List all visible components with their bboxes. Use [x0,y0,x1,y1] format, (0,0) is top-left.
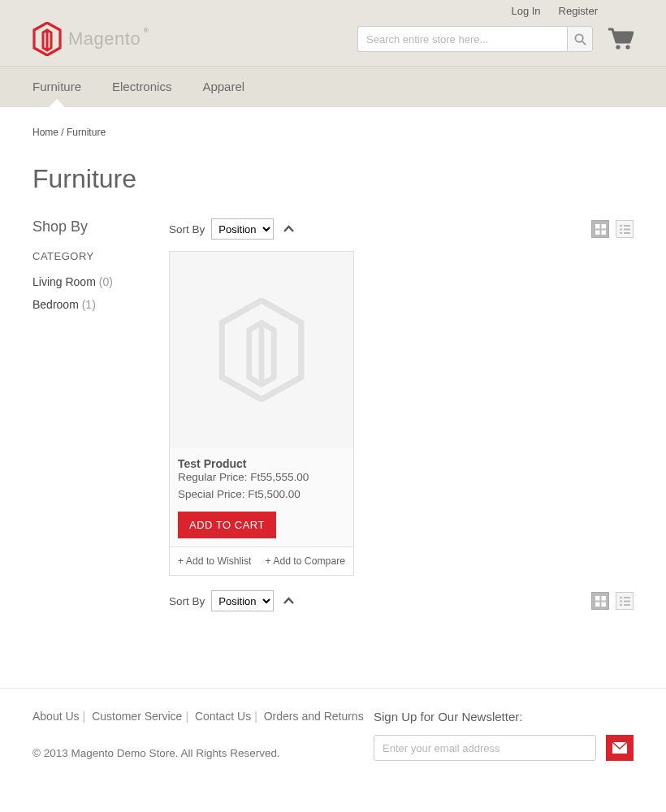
svg-rect-13 [624,232,630,234]
footer-orders-link[interactable]: Orders and Returns [264,710,364,723]
chevron-up-icon [283,597,294,605]
cart-icon [608,28,634,50]
nav-item-electronics[interactable]: Electronics [112,67,171,106]
newsletter: Sign Up for Our Newsletter: [374,710,634,761]
top-links: Log In Register [32,0,634,17]
breadcrumb-current: Furniture [67,127,106,138]
category-label: Bedroom [32,298,79,311]
search-icon [574,33,586,45]
svg-rect-5 [601,224,606,229]
sort-direction-toggle[interactable] [280,222,294,235]
svg-rect-20 [620,600,622,602]
special-price: Special Price: Ft5,500.00 [178,488,345,500]
breadcrumb-home[interactable]: Home [32,127,58,138]
search-button[interactable] [567,26,593,52]
main-nav: Furniture Electronics Apparel [0,66,666,106]
product-image-link[interactable] [170,252,353,448]
magento-logo-icon [32,22,62,56]
svg-rect-21 [624,600,630,602]
svg-point-3 [625,45,629,49]
sort-by-label: Sort By [169,595,205,607]
register-link[interactable]: Register [559,5,598,17]
svg-rect-23 [624,604,630,606]
page-title: Furniture [32,164,634,194]
svg-rect-14 [595,596,600,601]
newsletter-title: Sign Up for Our Newsletter: [374,710,634,723]
main-content: Home / Furniture Furniture Shop By CATEG… [20,107,646,655]
svg-rect-12 [620,232,622,234]
svg-rect-15 [601,596,606,601]
envelope-icon [612,742,627,754]
nav-item-apparel[interactable]: Apparel [202,67,244,106]
regular-price: Regular Price: Ft55,555.00 [178,471,345,483]
svg-rect-9 [624,225,630,227]
toolbar-top: Sort By Position [169,218,634,240]
svg-rect-18 [620,597,622,598]
breadcrumb: Home / Furniture [32,107,634,145]
add-to-wishlist-link[interactable]: + Add to Wishlist [178,555,251,567]
view-list-button-bottom[interactable] [616,592,634,610]
category-count: (0) [99,275,113,288]
category-bedroom[interactable]: Bedroom (1) [32,298,143,311]
svg-rect-7 [601,230,606,235]
sort-direction-toggle-bottom[interactable] [280,594,294,607]
cart-link[interactable] [608,28,634,50]
login-link[interactable]: Log In [511,5,540,17]
newsletter-submit-button[interactable] [606,735,634,761]
list-icon [620,596,630,607]
svg-point-0 [575,34,582,41]
view-list-button[interactable] [616,220,634,238]
footer-links: About Us| Customer Service| Contact Us| … [32,710,374,723]
view-grid-button[interactable] [591,220,609,238]
newsletter-input[interactable] [374,735,596,761]
category-label: Living Room [32,275,96,288]
sidebar: Shop By CATEGORY Living Room (0) Bedroom… [32,218,143,623]
svg-rect-6 [595,230,600,235]
search-form [357,26,593,52]
svg-point-2 [616,45,620,49]
copyright: © 2013 Magento Demo Store. All Rights Re… [32,747,374,759]
svg-line-1 [582,41,585,44]
footer-about-link[interactable]: About Us [32,710,80,723]
search-input[interactable] [357,26,567,52]
header: Log In Register Magento® [0,0,666,107]
category-living-room[interactable]: Living Room (0) [32,275,143,288]
product-card: Test Product Regular Price: Ft55,555.00 … [169,251,354,576]
grid-icon [595,596,606,607]
grid-icon [595,224,606,235]
svg-rect-10 [620,228,622,230]
add-to-compare-link[interactable]: + Add to Compare [265,555,345,567]
logo[interactable]: Magento® [32,22,141,56]
svg-rect-8 [620,225,622,227]
svg-rect-11 [624,228,630,230]
shop-by-heading: Shop By [32,218,143,235]
chevron-up-icon [283,225,294,233]
footer-customer-service-link[interactable]: Customer Service [92,710,182,723]
nav-item-furniture[interactable]: Furniture [32,67,81,106]
product-title[interactable]: Test Product [178,457,247,470]
logo-text: Magento® [68,28,141,50]
svg-rect-16 [595,602,600,607]
view-grid-button-bottom[interactable] [591,592,609,610]
placeholder-logo-icon [217,298,306,402]
footer-contact-link[interactable]: Contact Us [195,710,251,723]
svg-rect-17 [601,602,606,607]
sort-select-bottom[interactable]: Position [211,590,274,611]
list-icon [620,224,630,235]
svg-rect-22 [620,604,622,606]
add-to-cart-button[interactable]: ADD TO CART [178,512,276,538]
category-header: CATEGORY [32,250,143,262]
toolbar-bottom: Sort By Position [169,590,634,611]
sort-select[interactable]: Position [211,218,274,240]
catalog: Sort By Position [169,218,634,623]
svg-rect-19 [624,597,630,598]
category-count: (1) [82,298,96,311]
sort-by-label: Sort By [169,223,205,235]
footer: About Us| Customer Service| Contact Us| … [0,688,666,810]
breadcrumb-sep: / [58,127,67,138]
svg-rect-4 [595,224,600,229]
